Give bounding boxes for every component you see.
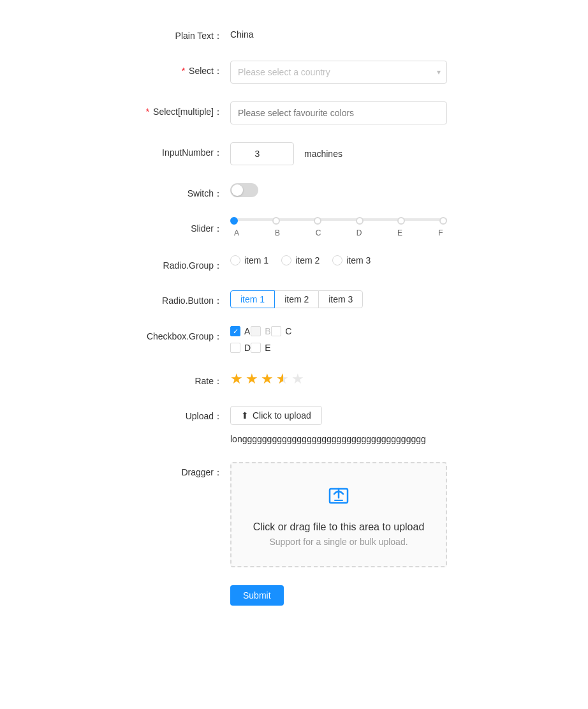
radio-button-content: item 1 item 2 item 3 [230, 290, 460, 308]
slider-label: Slider： [128, 218, 230, 235]
upload-filename: longgggggggggggggggggggggggggggggggggggg [230, 434, 460, 444]
rate-row: Rate： ★ ★ ★ ★ ★ ★ [128, 371, 460, 388]
radio-btn-2[interactable]: item 2 [274, 290, 319, 308]
plain-text-value: China [230, 26, 254, 40]
upload-content: ⬆ Click to upload longgggggggggggggggggg… [230, 406, 460, 444]
slider-dot-c[interactable] [314, 217, 321, 225]
select-multiple-content [230, 101, 460, 124]
slider-dot-b[interactable] [272, 217, 280, 225]
star-4[interactable]: ★ ★ [276, 371, 289, 387]
radio-btn-1[interactable]: item 1 [230, 290, 275, 308]
checkbox-label-a: A [244, 326, 250, 336]
slider-label-c: C [312, 228, 325, 237]
submit-label-spacer [128, 585, 230, 589]
upload-row: Upload： ⬆ Click to upload longgggggggggg… [128, 406, 460, 444]
slider-container: A B C D E F [230, 218, 447, 237]
radio-circle-3 [332, 255, 342, 265]
input-number-row: InputNumber： machines [128, 142, 460, 165]
checkbox-item-c[interactable]: C [271, 326, 291, 336]
radio-group: item 1 item 2 item 3 [230, 255, 371, 265]
dragger-icon [244, 482, 433, 514]
checkbox-item-b[interactable]: B [251, 326, 271, 336]
slider-content: A B C D E F [230, 218, 460, 237]
checkbox-item-a[interactable]: A [230, 326, 251, 336]
checkbox-group-row: Checkbox.Group： A B C D [128, 326, 460, 353]
dragger-content: Click or drag file to this area to uploa… [230, 462, 460, 567]
checkbox-label-d: D [244, 343, 251, 353]
select-row: * Select： Please select a country ▾ [128, 61, 460, 84]
checkbox-group-label: Checkbox.Group： [128, 326, 230, 343]
checkbox-box-d [230, 343, 240, 353]
slider-dot-a[interactable] [230, 217, 238, 225]
radio-item-2[interactable]: item 2 [281, 255, 320, 265]
checkbox-label-b: B [265, 326, 270, 336]
slider-labels: A B C D E F [230, 228, 447, 237]
slider-dot-f[interactable] [439, 217, 447, 225]
radio-circle-2 [281, 255, 291, 265]
country-select[interactable]: Please select a country [230, 61, 447, 84]
select-label: * Select： [128, 61, 230, 78]
upload-button[interactable]: ⬆ Click to upload [230, 406, 322, 425]
slider-label-a: A [230, 228, 243, 237]
star-5[interactable]: ★ [291, 371, 304, 387]
slider-label-e: E [393, 228, 406, 237]
radio-item-1[interactable]: item 1 [230, 255, 268, 265]
radio-item-3[interactable]: item 3 [332, 255, 371, 265]
dragger-area[interactable]: Click or drag file to this area to uploa… [230, 462, 447, 567]
multiple-select-input[interactable] [230, 101, 447, 124]
dragger-row: Dragger： Click or drag file to this area… [128, 462, 460, 567]
radio-btn-3[interactable]: item 3 [318, 290, 363, 308]
switch-label: Switch： [128, 183, 230, 200]
upload-button-label: Click to upload [253, 410, 311, 421]
star-3[interactable]: ★ [261, 371, 274, 387]
radio-label-2: item 2 [295, 255, 320, 265]
checkbox-box-a [230, 326, 240, 336]
radio-label-3: item 3 [346, 255, 371, 265]
checkbox-item-e[interactable]: E [251, 343, 271, 353]
select-multiple-label: * Select[multiple]： [128, 101, 230, 119]
input-number-label: InputNumber： [128, 142, 230, 160]
switch-content [230, 183, 460, 197]
input-number-field[interactable] [230, 142, 294, 165]
input-number-unit: machines [304, 149, 342, 159]
rate-content: ★ ★ ★ ★ ★ ★ [230, 371, 460, 387]
slider-dot-e[interactable] [397, 217, 405, 225]
upload-icon: ⬆ [241, 410, 249, 421]
switch-toggle[interactable] [230, 183, 258, 197]
slider-label-f: F [434, 228, 447, 237]
rate-label: Rate： [128, 371, 230, 388]
plain-text-content: China [230, 26, 460, 40]
dragger-subtitle: Support for a single or bulk upload. [244, 537, 433, 547]
checkbox-group: A B C D E [230, 326, 291, 353]
input-number-content: machines [230, 142, 460, 165]
select-content: Please select a country ▾ [230, 61, 460, 84]
radio-button-row: Radio.Button： item 1 item 2 item 3 [128, 290, 460, 308]
radio-circle-1 [230, 255, 240, 265]
checkbox-box-c [271, 326, 281, 336]
submit-content: Submit [230, 585, 460, 606]
submit-row: Submit [128, 585, 460, 606]
submit-button[interactable]: Submit [230, 585, 284, 606]
slider-dot-d[interactable] [356, 217, 364, 225]
dragger-title: Click or drag file to this area to uploa… [244, 521, 433, 533]
radio-label-1: item 1 [244, 255, 268, 265]
rate-container: ★ ★ ★ ★ ★ ★ [230, 371, 304, 387]
checkbox-item-d[interactable]: D [230, 343, 251, 353]
checkbox-group-content: A B C D E [230, 326, 460, 353]
radio-button-group: item 1 item 2 item 3 [230, 290, 363, 308]
checkbox-label-c: C [285, 326, 291, 336]
slider-label-b: B [271, 228, 284, 237]
slider-label-d: D [353, 228, 365, 237]
checkbox-label-e: E [265, 343, 270, 353]
select-multiple-row: * Select[multiple]： [128, 101, 460, 124]
slider-dots [230, 217, 447, 225]
dragger-label: Dragger： [128, 462, 230, 479]
checkbox-box-e [251, 343, 261, 353]
switch-row: Switch： [128, 183, 460, 200]
star-2[interactable]: ★ [246, 371, 258, 387]
select-wrapper: Please select a country ▾ [230, 61, 447, 84]
checkbox-box-b [251, 326, 261, 336]
radio-group-label: Radio.Group： [128, 255, 230, 272]
star-1[interactable]: ★ [230, 371, 243, 387]
radio-group-content: item 1 item 2 item 3 [230, 255, 460, 265]
